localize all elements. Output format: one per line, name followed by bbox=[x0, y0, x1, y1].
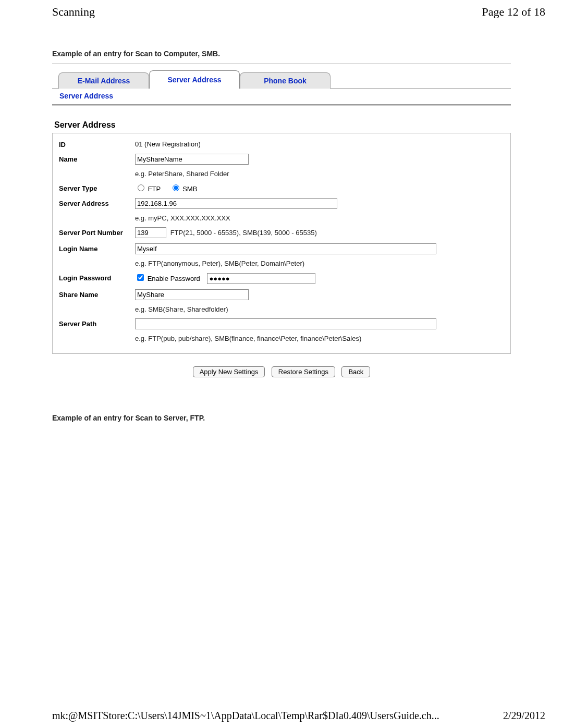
server-path-label: Server Path bbox=[57, 316, 133, 332]
enable-password-checkbox[interactable] bbox=[137, 274, 144, 281]
server-path-input[interactable] bbox=[135, 318, 436, 329]
name-hint: e.g. PeterShare, Shared Folder bbox=[133, 167, 506, 180]
intro-text-bottom: Example of an entry for Scan to Server, … bbox=[52, 414, 511, 422]
enable-password-option[interactable]: Enable Password bbox=[135, 275, 202, 282]
share-name-label: Share Name bbox=[57, 287, 133, 303]
server-port-hint: FTP(21, 5000 - 65535), SMB(139, 5000 - 6… bbox=[170, 228, 317, 237]
server-type-label: Server Type bbox=[57, 180, 133, 195]
tab-server-address[interactable]: Server Address bbox=[149, 70, 240, 89]
login-name-input[interactable] bbox=[135, 243, 436, 254]
panel-frame: E-Mail Address Server Address Phone Book… bbox=[52, 63, 511, 377]
login-password-label: Login Password bbox=[57, 270, 133, 287]
footer-date: 2/29/2012 bbox=[503, 710, 545, 722]
server-port-input[interactable] bbox=[135, 227, 166, 238]
name-label: Name bbox=[57, 151, 133, 167]
apply-new-settings-button[interactable]: Apply New Settings bbox=[193, 366, 265, 377]
back-button[interactable]: Back bbox=[341, 366, 370, 377]
section-title: Server Address bbox=[54, 120, 511, 130]
button-row: Apply New Settings Restore Settings Back bbox=[52, 366, 511, 377]
share-name-input[interactable] bbox=[135, 289, 249, 300]
server-address-label: Server Address bbox=[57, 195, 133, 212]
login-name-label: Login Name bbox=[57, 241, 133, 257]
server-type-ftp-radio[interactable] bbox=[138, 184, 144, 191]
server-address-input[interactable] bbox=[135, 198, 337, 209]
id-value: 01 (New Registration) bbox=[133, 137, 506, 151]
login-name-hint: e.g. FTP(anonymous, Peter), SMB(Peter, D… bbox=[133, 257, 506, 270]
server-path-hint: e.g. FTP(pub, pub/share), SMB(finance, f… bbox=[133, 332, 506, 345]
login-password-input[interactable] bbox=[207, 273, 315, 284]
tab-row: E-Mail Address Server Address Phone Book bbox=[58, 70, 511, 89]
name-input[interactable] bbox=[135, 154, 249, 165]
server-port-label: Server Port Number bbox=[57, 225, 133, 241]
breadcrumb: Server Address bbox=[52, 89, 511, 103]
enable-password-text: Enable Password bbox=[148, 275, 200, 282]
server-type-ftp-text: FTP bbox=[148, 185, 161, 193]
tab-email-address[interactable]: E-Mail Address bbox=[58, 72, 149, 89]
server-type-smb-option[interactable]: SMB bbox=[170, 185, 198, 193]
intro-text-top: Example of an entry for Scan to Computer… bbox=[52, 50, 511, 58]
server-type-smb-radio[interactable] bbox=[173, 184, 179, 191]
server-address-form: ID 01 (New Registration) Name e.g. Peter… bbox=[52, 133, 511, 354]
page-title: Scanning bbox=[52, 5, 95, 19]
share-name-hint: e.g. SMB(Share, Sharedfolder) bbox=[133, 303, 506, 316]
page-pagination: Page 12 of 18 bbox=[482, 5, 545, 19]
footer-path: mk:@MSITStore:C:\Users\14JMIS~1\AppData\… bbox=[52, 710, 439, 722]
tab-phone-book[interactable]: Phone Book bbox=[240, 72, 331, 89]
id-label: ID bbox=[57, 137, 133, 151]
server-type-ftp-option[interactable]: FTP bbox=[135, 185, 163, 193]
restore-settings-button[interactable]: Restore Settings bbox=[272, 366, 335, 377]
server-type-smb-text: SMB bbox=[182, 185, 197, 193]
server-address-hint: e.g. myPC, XXX.XXX.XXX.XXX bbox=[133, 212, 506, 225]
divider bbox=[52, 104, 511, 106]
